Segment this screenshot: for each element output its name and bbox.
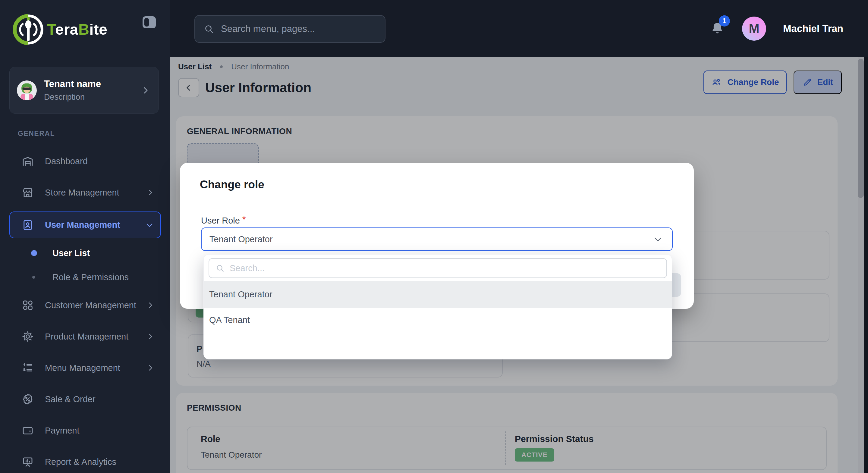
global-search[interactable] bbox=[194, 15, 385, 43]
sidebar-item-customer-management[interactable]: Customer Management bbox=[9, 294, 161, 316]
wallet-icon bbox=[22, 424, 34, 437]
required-asterisk: * bbox=[242, 215, 246, 224]
notifications-button[interactable]: 1 bbox=[710, 21, 725, 36]
tenant-card[interactable]: Tenant name Description bbox=[9, 67, 159, 114]
brand-logo[interactable]: TeraBite bbox=[12, 13, 158, 46]
selected-role: Tenant Operator bbox=[210, 234, 653, 244]
dropdown-search[interactable] bbox=[209, 258, 667, 278]
sidebar-item-dashboard[interactable]: Dashboard bbox=[9, 150, 161, 172]
sidebar: TeraBite Tenant name Description bbox=[0, 0, 170, 473]
user-avatar[interactable]: M bbox=[742, 17, 766, 41]
modal-title: Change role bbox=[200, 178, 264, 191]
sidebar-item-menu-management[interactable]: Menu Management bbox=[9, 357, 161, 379]
user-role-select[interactable]: Tenant Operator bbox=[201, 227, 673, 251]
sidebar-item-user-management[interactable]: User Management bbox=[9, 212, 161, 238]
sidebar-item-report-analytics[interactable]: Report & Analytics bbox=[9, 451, 161, 473]
search-input[interactable] bbox=[221, 24, 376, 34]
chevron-down-icon bbox=[653, 234, 663, 244]
gear-icon bbox=[22, 330, 34, 343]
sidebar-nav: Dashboard Store Management User Manageme… bbox=[9, 150, 161, 473]
tenant-description: Description bbox=[44, 93, 134, 102]
presentation-chart-icon bbox=[22, 455, 34, 468]
tenant-name: Tenant name bbox=[44, 78, 134, 90]
chevron-right-icon bbox=[147, 189, 154, 196]
sidebar-subitem-user-list[interactable]: User List bbox=[9, 244, 161, 262]
sidebar-item-sale-order[interactable]: Sale & Order bbox=[9, 388, 161, 410]
chevron-right-icon bbox=[141, 86, 150, 95]
search-icon bbox=[204, 24, 214, 34]
topbar: 1 M Machiel Tran bbox=[170, 0, 868, 57]
dropdown-search-input[interactable] bbox=[230, 263, 660, 273]
chevron-right-icon bbox=[147, 364, 154, 372]
sidebar-item-payment[interactable]: Payment bbox=[9, 419, 161, 442]
chevron-right-icon bbox=[147, 333, 154, 341]
brand-wordmark: TeraBite bbox=[47, 21, 107, 38]
discount-badge-icon bbox=[22, 393, 34, 406]
sidebar-item-store-management[interactable]: Store Management bbox=[9, 181, 161, 204]
customer-grid-icon bbox=[22, 299, 34, 312]
store-icon bbox=[22, 186, 34, 199]
user-name[interactable]: Machiel Tran bbox=[783, 23, 843, 34]
sidebar-collapse-icon[interactable] bbox=[143, 16, 156, 28]
notification-badge: 1 bbox=[719, 15, 730, 27]
brand-logo-icon bbox=[12, 13, 44, 46]
sidebar-subitem-role-permissions[interactable]: Role & Permissions bbox=[9, 268, 161, 286]
sidebar-section-label: GENERAL bbox=[18, 130, 55, 138]
active-bullet-icon bbox=[31, 250, 37, 256]
chevron-right-icon bbox=[147, 301, 154, 309]
numbered-list-icon bbox=[22, 361, 34, 374]
sidebar-item-product-management[interactable]: Product Management bbox=[9, 325, 161, 348]
search-icon bbox=[215, 263, 225, 273]
chevron-down-icon bbox=[145, 221, 154, 229]
tenant-avatar bbox=[17, 81, 37, 100]
dashboard-icon bbox=[22, 155, 34, 167]
user-role-label: User Role* bbox=[201, 215, 246, 226]
option-tenant-operator[interactable]: Tenant Operator bbox=[204, 281, 672, 308]
role-dropdown: Tenant Operator QA Tenant bbox=[204, 254, 672, 359]
option-qa-tenant[interactable]: QA Tenant bbox=[204, 308, 672, 332]
bullet-icon bbox=[32, 276, 35, 279]
user-card-icon bbox=[22, 219, 34, 231]
